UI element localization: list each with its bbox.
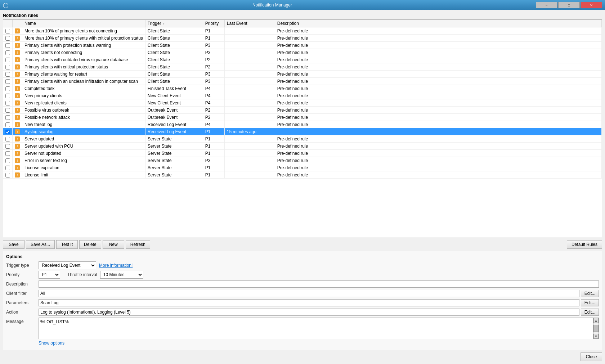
row-checkbox[interactable] [5, 86, 10, 91]
close-button[interactable]: ✕ [581, 2, 602, 8]
row-checkbox[interactable] [5, 151, 10, 156]
table-row[interactable]: !More than 10% of primary clients with c… [3, 35, 602, 42]
row-checkbox[interactable] [5, 58, 10, 62]
restore-button[interactable]: □ [558, 2, 580, 8]
rules-table-container[interactable]: Name Trigger ↑ Priority Last Event Descr… [3, 19, 602, 238]
delete-button[interactable]: Delete [79, 240, 101, 249]
table-row[interactable]: !Primary clients not connectingClient St… [3, 49, 602, 56]
row-checkbox-cell[interactable] [3, 121, 13, 128]
more-info-link[interactable]: More information! [99, 263, 133, 268]
row-checkbox[interactable] [5, 144, 10, 149]
row-checkbox-cell[interactable] [3, 56, 13, 63]
col-trigger[interactable]: Trigger ↑ [145, 20, 203, 27]
row-checkbox-cell[interactable] [3, 150, 13, 157]
row-checkbox[interactable] [5, 166, 10, 170]
row-checkbox-cell[interactable] [3, 107, 13, 114]
table-row[interactable]: !Primary clients with outdated virus sig… [3, 56, 602, 63]
table-row[interactable]: !Error in server text logServer StateP3P… [3, 157, 602, 164]
row-checkbox-cell[interactable] [3, 92, 13, 99]
table-row[interactable]: !Primary clients with an unclean infiltr… [3, 78, 602, 85]
action-edit-button[interactable]: Edit... [581, 309, 599, 316]
row-priority: P2 [203, 107, 224, 114]
col-name[interactable]: Name [22, 20, 145, 27]
row-checkbox-cell[interactable] [3, 99, 13, 107]
table-row[interactable]: !Primary clients with critical protectio… [3, 63, 602, 71]
row-checkbox[interactable] [5, 173, 10, 177]
row-checkbox[interactable] [5, 101, 10, 105]
close-dialog-button[interactable]: Close [581, 352, 602, 361]
row-checkbox[interactable] [5, 137, 10, 141]
row-last-event [224, 49, 275, 56]
table-row[interactable]: !New threat logReceived Log EventP4Pre-d… [3, 121, 602, 128]
table-row[interactable]: !Server updatedServer StateP1Pre-defined… [3, 135, 602, 143]
row-checkbox-cell[interactable] [3, 135, 13, 143]
table-row[interactable]: !Primary clients with protection status … [3, 42, 602, 49]
trigger-type-select[interactable]: Client StateFinished Task EventNew Clien… [39, 261, 96, 269]
row-checkbox[interactable] [5, 158, 10, 163]
row-trigger: New Client Event [145, 99, 203, 107]
row-checkbox[interactable] [5, 50, 10, 55]
row-checkbox[interactable] [5, 36, 10, 41]
row-checkbox-cell[interactable] [3, 49, 13, 56]
priority-select[interactable]: P1P2P3P4 [39, 271, 60, 279]
table-row[interactable]: !Possible network attackOutbreak EventP2… [3, 114, 602, 121]
new-button[interactable]: New [103, 240, 124, 249]
message-scrollbar[interactable]: ▲ ▼ [593, 318, 599, 339]
table-row[interactable]: !License limitServer StateP1Pre-defined … [3, 171, 602, 179]
table-row[interactable]: !Syslog scanlogReceived Log EventP115 mi… [3, 128, 602, 135]
message-text[interactable]: %LOG_LIST% [39, 318, 593, 339]
description-input[interactable] [39, 280, 599, 288]
table-row[interactable]: !Completed taskFinished Task EventP4Pre-… [3, 85, 602, 92]
row-checkbox[interactable] [5, 43, 10, 48]
table-row[interactable]: !Server updated with PCUServer StateP1Pr… [3, 143, 602, 150]
row-checkbox-cell[interactable] [3, 114, 13, 121]
col-priority[interactable]: Priority [203, 20, 224, 27]
row-checkbox-cell[interactable] [3, 78, 13, 85]
row-checkbox-cell[interactable] [3, 128, 13, 135]
row-checkbox-cell[interactable] [3, 157, 13, 164]
row-checkbox-cell[interactable] [3, 35, 13, 42]
row-checkbox[interactable] [5, 122, 10, 127]
table-row[interactable]: !More than 10% of primary clients not co… [3, 27, 602, 35]
table-row[interactable]: !New primary clientsNew Client EventP4Pr… [3, 92, 602, 99]
refresh-button[interactable]: Refresh [126, 240, 150, 249]
scroll-up-arrow[interactable]: ▲ [593, 318, 599, 323]
minimize-button[interactable]: − [536, 2, 557, 8]
col-last-event[interactable]: Last Event [224, 20, 275, 27]
table-row[interactable]: !Server not updatedServer StateP1Pre-def… [3, 150, 602, 157]
row-checkbox-cell[interactable] [3, 164, 13, 171]
row-checkbox[interactable] [5, 79, 10, 84]
row-name: New primary clients [22, 92, 145, 99]
row-checkbox-cell[interactable] [3, 71, 13, 78]
parameters-edit-button[interactable]: Edit... [581, 299, 599, 306]
client-filter-edit-button[interactable]: Edit... [581, 290, 599, 297]
col-description[interactable]: Description [275, 20, 601, 27]
row-checkbox-cell[interactable] [3, 85, 13, 92]
row-checkbox-cell[interactable] [3, 63, 13, 71]
table-row[interactable]: !License expirationServer StateP1Pre-def… [3, 164, 602, 171]
row-checkbox[interactable] [5, 130, 10, 134]
row-checkbox[interactable] [5, 65, 10, 69]
row-checkbox-cell[interactable] [3, 42, 13, 49]
row-checkbox-cell[interactable] [3, 171, 13, 179]
row-checkbox[interactable] [5, 108, 10, 113]
scroll-thumb[interactable] [593, 325, 599, 332]
row-checkbox[interactable] [5, 29, 10, 33]
throttle-select[interactable]: None5 Minutes10 Minutes30 Minutes1 Hour4… [100, 271, 143, 279]
toolbar-left: Save Save As... Test It Delete New Refre… [3, 240, 150, 249]
save-as-button[interactable]: Save As... [26, 240, 55, 249]
row-checkbox[interactable] [5, 72, 10, 77]
table-row[interactable]: !Primary clients waiting for restartClie… [3, 71, 602, 78]
table-row[interactable]: !New replicated clientsNew Client EventP… [3, 99, 602, 107]
row-checkbox-cell[interactable] [3, 143, 13, 150]
default-rules-button[interactable]: Default Rules [567, 240, 602, 249]
row-trigger: New Client Event [145, 92, 203, 99]
test-it-button[interactable]: Test It [56, 240, 78, 249]
row-checkbox[interactable] [5, 115, 10, 120]
table-row[interactable]: !Possible virus outbreakOutbreak EventP2… [3, 107, 602, 114]
row-checkbox-cell[interactable] [3, 27, 13, 35]
row-checkbox[interactable] [5, 94, 10, 98]
save-button[interactable]: Save [3, 240, 24, 249]
scroll-down-arrow[interactable]: ▼ [593, 334, 599, 339]
show-options-link[interactable]: Show options [39, 341, 64, 346]
